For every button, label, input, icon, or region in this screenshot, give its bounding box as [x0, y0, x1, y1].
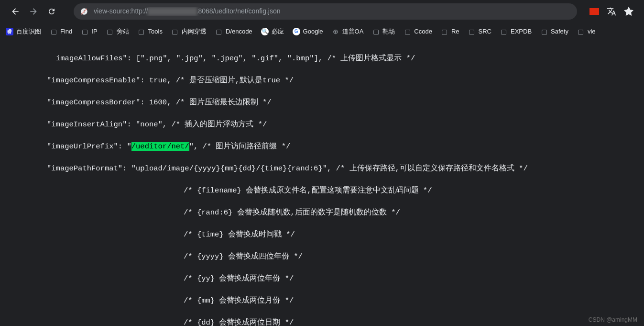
bookmark-expdb[interactable]: ▢EXPDB [500, 28, 532, 35]
bookmark-label: Google [303, 28, 323, 35]
bookmark-dencode[interactable]: ▢D/encode [215, 28, 252, 35]
bookmark-re[interactable]: ▢Re [441, 28, 459, 35]
back-button[interactable] [11, 7, 20, 16]
bookmark-label: 旁站 [117, 27, 129, 36]
source-comment: /* {time} 会替换成时间戳 */ [47, 229, 644, 240]
source-line: "imageCompressBorder": 1600, /* 图片压缩最长边限… [47, 97, 644, 108]
folder-icon: ▢ [404, 28, 411, 35]
bookmark-label: 靶场 [382, 27, 395, 36]
bookmark-label: Re [451, 28, 459, 35]
source-comment: /* {filename} 会替换成原文件名,配置这项需要注意中文乱码问题 */ [47, 185, 644, 196]
nav-buttons [11, 7, 56, 16]
bookmark-label: Ccode [414, 28, 432, 35]
bookmark-bar: 睿 百度识图 ▢Find ▢IP ▢旁站 ▢Tools ▢内网穿透 ▢D/enc… [0, 23, 644, 40]
forward-button[interactable] [29, 7, 38, 16]
not-secure-icon [80, 8, 88, 15]
bookmark-daopu[interactable]: ⊕道普OA [332, 27, 364, 36]
url-text: view-source:http://.8068/ueditor/net/con… [94, 7, 281, 16]
source-line: "imageCompressEnable": true, /* 是否压缩图片,默… [47, 75, 644, 86]
bookmark-label: Find [60, 28, 72, 35]
redacted-host [147, 7, 197, 16]
google-icon: G [293, 28, 300, 35]
bookmark-neiwang[interactable]: ▢内网穿透 [171, 27, 207, 36]
bookmark-label: 百度识图 [16, 27, 41, 36]
toolbar-right [589, 7, 633, 16]
folder-icon: ▢ [577, 28, 585, 35]
source-view[interactable]: imageAllowFiles": [".png", ".jpg", ".jpe… [0, 40, 644, 326]
folder-icon: ▢ [106, 28, 114, 35]
bookmark-label: 内网穿透 [182, 27, 207, 36]
bookmark-src[interactable]: ▢SRC [468, 28, 491, 35]
bookmark-label: SRC [479, 28, 491, 35]
bookmark-pangzhan[interactable]: ▢旁站 [106, 27, 129, 36]
bookmark-label: 道普OA [342, 27, 364, 36]
source-line: "imagePathFormat": "upload/image/{yyyy}{… [47, 163, 644, 174]
bookmark-label: vie [588, 28, 596, 35]
folder-icon: ▢ [50, 28, 57, 35]
reload-button[interactable] [47, 7, 56, 16]
bookmark-find[interactable]: ▢Find [50, 28, 72, 35]
bookmark-bachang[interactable]: ▢靶场 [372, 27, 395, 36]
bookmark-label: D/encode [226, 28, 252, 35]
folder-icon: ▢ [441, 28, 448, 35]
address-bar[interactable]: view-source:http://.8068/ueditor/net/con… [74, 3, 577, 20]
bookmark-tools[interactable]: ▢Tools [138, 28, 163, 35]
source-line: imageAllowFiles": [".png", ".jpg", ".jpe… [47, 53, 644, 64]
bookmark-label: 必应 [272, 27, 284, 36]
source-line: "imageUrlPrefix": "/ueditor/net/", /* 图片… [47, 141, 644, 152]
folder-icon: ▢ [468, 28, 476, 35]
folder-icon: ▢ [372, 28, 380, 35]
source-comment: /* {mm} 会替换成两位月份 */ [47, 295, 644, 306]
star-icon[interactable] [624, 7, 633, 16]
source-comment: /* {dd} 会替换成两位日期 */ [47, 317, 644, 326]
bookmark-vie[interactable]: ▢vie [577, 28, 596, 35]
browser-toolbar: view-source:http://.8068/ueditor/net/con… [0, 0, 644, 23]
source-comment: /* {yy} 会替换成两位年份 */ [47, 273, 644, 284]
folder-icon: ▢ [500, 28, 508, 35]
bookmark-ccode[interactable]: ▢Ccode [404, 28, 432, 35]
source-comment: /* {rand:6} 会替换成随机数,后面的数字是随机数的位数 */ [47, 207, 644, 218]
globe-icon: ⊕ [332, 28, 339, 35]
bookmark-bing[interactable]: 🔍必应 [261, 27, 284, 36]
folder-icon: ▢ [540, 28, 548, 35]
bookmark-label: IP [91, 28, 97, 35]
bookmark-ip[interactable]: ▢IP [81, 28, 97, 35]
source-comment: /* {yyyy} 会替换成四位年份 */ [47, 251, 644, 262]
bookmark-label: Tools [148, 28, 163, 35]
folder-icon: ▢ [81, 28, 88, 35]
watermark: CSDN @amingMM [589, 316, 637, 323]
bookmark-label: Safety [551, 28, 568, 35]
highlight-green: /ueditor/net/ [131, 142, 189, 151]
flag-cn-icon[interactable] [589, 8, 599, 15]
folder-icon: ▢ [171, 28, 179, 35]
bookmark-baidu[interactable]: 睿 百度识图 [6, 27, 41, 36]
bookmark-label: EXPDB [511, 28, 532, 35]
baidu-icon: 睿 [6, 28, 13, 35]
bing-icon: 🔍 [261, 28, 269, 35]
folder-icon: ▢ [215, 28, 223, 35]
translate-icon[interactable] [607, 7, 616, 16]
bookmark-safety[interactable]: ▢Safety [540, 28, 568, 35]
bookmark-google[interactable]: GGoogle [293, 28, 323, 35]
folder-icon: ▢ [138, 28, 145, 35]
source-line: "imageInsertAlign": "none", /* 插入的图片浮动方式… [47, 119, 644, 130]
